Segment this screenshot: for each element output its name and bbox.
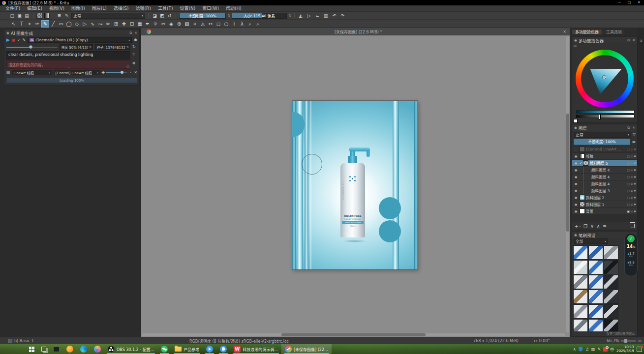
enclose-fill-tool[interactable]: ⊕ (175, 20, 183, 28)
negative-prompt-textarea[interactable]: 描述你想避免的内容。 ⋯ ◫ (6, 60, 130, 69)
menu-item-10[interactable]: 窗口(W) (199, 5, 222, 12)
krita-button[interactable]: [未保存图像] (22... (281, 344, 332, 354)
pattern-edit-tool[interactable]: ☼ (152, 20, 159, 28)
layer-lock-icon[interactable]: ▢ (627, 196, 630, 199)
minimize-button[interactable]: — (614, 0, 624, 5)
close-docker-icon[interactable]: ✕ (134, 31, 137, 35)
layer-style-gear-icon[interactable]: ✱ (634, 168, 636, 172)
photos-button[interactable] (91, 344, 104, 354)
strength-slider[interactable] (6, 45, 58, 49)
layer-style-gear-icon[interactable]: ✱ (634, 196, 636, 199)
strength-spinbox[interactable]: 强度 50% (4/13) ⇅ (60, 44, 93, 50)
menu-item-11[interactable]: 帮助(H) (222, 5, 245, 12)
reload-preset-icon[interactable]: ↺ (166, 12, 173, 19)
freehand-brush-tool[interactable]: ✎ (41, 20, 49, 28)
ellipse-select-tool[interactable]: ○ (222, 20, 230, 28)
alpha-lock-icon[interactable]: α (631, 148, 633, 151)
brush-preset-5[interactable] (588, 260, 603, 274)
layer-lock-icon[interactable]: ▢ (627, 148, 630, 151)
layer-visibility-icon[interactable]: ◉ (573, 203, 579, 206)
move-layer-up-button[interactable]: ∧ (597, 224, 600, 229)
clock[interactable]: 10:13 2025/3/19 (616, 345, 634, 353)
ellipse-tool[interactable]: ◯ (65, 20, 73, 28)
randomize-seed-icon[interactable]: ↻ (132, 45, 136, 49)
alpha-lock-icon[interactable]: α (631, 154, 633, 158)
menu-item-7[interactable]: 滤镜(R) (132, 5, 154, 12)
layer-style-gear-icon[interactable]: ✱ (634, 189, 636, 192)
layer-lock-icon[interactable]: ▢ (627, 161, 630, 165)
tray-expand-icon[interactable]: ∧ (573, 347, 576, 352)
generate-button[interactable]: ▶ (6, 37, 10, 42)
brush-preset-15[interactable] (604, 304, 618, 319)
reference-images-tool[interactable]: ⌗ (191, 20, 199, 28)
layer-visibility-icon[interactable]: ◌ (573, 148, 579, 151)
docker-header[interactable]: ◉ AI 图像生成 ⧉ ✕ (4, 30, 139, 36)
alpha-lock-icon[interactable]: α (631, 168, 633, 172)
move-tool[interactable]: ✚ (120, 20, 128, 28)
rect-select-tool[interactable]: ◻ (215, 20, 222, 28)
menu-item-5[interactable]: 图层(L) (89, 5, 110, 12)
tab-tool-options[interactable]: 工具选项 (603, 29, 625, 35)
opacity-slider[interactable]: 不透明度: 100% (179, 13, 226, 19)
layer-row-8[interactable]: ◉颜料图层 2▢α✱ (572, 194, 637, 201)
layer-lock-icon[interactable]: ▢ (627, 175, 630, 178)
alpha-lock-icon[interactable]: α (631, 196, 633, 199)
layer-style-gear-icon[interactable]: ✱ (634, 154, 636, 158)
apply-button[interactable]: ✓ (17, 38, 21, 42)
new-document-icon[interactable]: ▢ (9, 12, 15, 19)
start-button[interactable] (26, 344, 38, 354)
control-type-select[interactable]: LineArt 线稿 ▾ (12, 70, 52, 75)
save-icon[interactable]: ▤ (24, 12, 30, 19)
edit-brush-icon[interactable]: ✎ (63, 12, 70, 19)
float-docker-icon[interactable]: ⧉ (627, 126, 630, 130)
layer-lock-icon[interactable]: ▢ (627, 154, 630, 158)
brush-preset-13[interactable] (573, 304, 588, 319)
layer-style-gear-icon[interactable]: ✱ (634, 182, 636, 185)
canvas-area[interactable]: [未保存图像] (22.6 MiB) * ✕ (141, 28, 570, 337)
canvas-image[interactable]: HSIRAIREABS UDIZRIFAEL Facial Cleanser A… (292, 101, 418, 269)
gradient-swatch[interactable] (44, 13, 50, 19)
brush-preset-1[interactable] (573, 245, 588, 260)
close-docker-icon[interactable]: ✕ (632, 38, 635, 42)
layer-style-gear-icon[interactable]: ✱ (634, 175, 636, 178)
fill-tool[interactable]: ◈ (167, 20, 175, 28)
spinner-arrows-icon[interactable]: ⇅ (288, 14, 291, 18)
docker-header[interactable]: ◉ 多功能拾色器 ⧉ ✕ (572, 37, 637, 43)
hue-ring[interactable] (576, 50, 634, 108)
layer-visibility-icon[interactable]: ◉ (573, 175, 579, 179)
close-docker-icon[interactable]: ✕ (632, 126, 635, 130)
brush-preset-4[interactable] (573, 260, 588, 274)
layer-style-gear-icon[interactable]: ✱ (634, 209, 636, 213)
open-document-icon[interactable]: ▣ (16, 12, 23, 19)
explorer-button[interactable] (50, 344, 63, 354)
polygon-tool[interactable]: ◇ (73, 20, 81, 28)
resize-handle[interactable]: ⋯ (67, 67, 70, 69)
layer-visibility-icon[interactable]: ◉ (573, 161, 579, 165)
menu-item-9[interactable]: 设置(N) (176, 5, 199, 12)
layer-style-gear-icon[interactable]: ✱ (634, 148, 636, 151)
settings-gear-icon[interactable]: ✱ (134, 38, 137, 42)
polygon-select-tool[interactable]: λ (238, 20, 246, 28)
menu-item-6[interactable]: 选择(S) (110, 5, 132, 12)
close-button[interactable]: ✕ (634, 0, 644, 5)
menu-item-3[interactable]: 视图(V) (46, 5, 68, 12)
negative-options-icon[interactable]: ◫ (126, 64, 129, 68)
similar-select-tool[interactable]: ⌕ (246, 20, 254, 28)
display-icon[interactable]: ▥ (591, 347, 595, 352)
brush-preset-3[interactable] (604, 245, 618, 260)
zoom-tool[interactable]: ⌕ (254, 20, 262, 28)
edit-button[interactable]: ✎ (23, 38, 26, 42)
folder-button[interactable]: 产品参考 (171, 344, 203, 354)
layer-visibility-icon[interactable]: ◉ (573, 189, 579, 193)
defender-shield-icon[interactable] (579, 347, 583, 352)
prompt-textarea[interactable]: clear details, professional shooting lig… (6, 51, 130, 59)
layer-visibility-icon[interactable]: ◉ (573, 182, 579, 186)
workspace-icon[interactable]: ▥ (323, 12, 329, 19)
brush-preset-16[interactable] (573, 319, 588, 331)
assistants-tool[interactable]: ◬ (199, 20, 207, 28)
alpha-lock-icon[interactable]: α (631, 203, 633, 206)
fit-canvas-icon[interactable]: ⊞ (638, 337, 642, 345)
layer-row-7[interactable]: ◉颜料图层 3▢α✱ (572, 187, 637, 194)
add-layer-button[interactable]: + (575, 224, 579, 229)
task-view-button[interactable] (38, 344, 50, 354)
